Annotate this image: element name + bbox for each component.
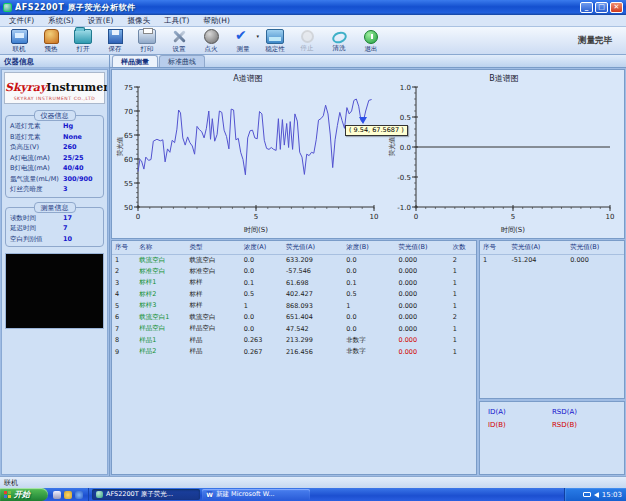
field-value: 3: [63, 184, 99, 195]
column-header[interactable]: 序号: [480, 241, 508, 254]
quick-launch-icon[interactable]: [75, 491, 83, 499]
column-header[interactable]: 名称: [136, 241, 186, 254]
table-row[interactable]: 6载流空白1载流空白0.0651.4040.00.0002: [112, 312, 476, 324]
table-row[interactable]: 4标样2标样0.5402.4270.50.0001: [112, 289, 476, 301]
menu-bar: 文件(F)系统(S)设置(E)摄像头工具(T)帮助(H): [0, 15, 626, 27]
cell: 9: [112, 346, 136, 358]
menu-item-2[interactable]: 设置(E): [81, 15, 121, 27]
column-header[interactable]: 荧光值(B): [567, 241, 624, 254]
table-row[interactable]: 9样品2样品0.267216.456非数字0.0001: [112, 346, 476, 358]
toolbar-button-label: 预热: [45, 45, 58, 53]
toolbar-button-stability[interactable]: 稳定性: [259, 27, 291, 54]
table-row[interactable]: 5标样3标样1868.09310.0001: [112, 300, 476, 312]
toolbar-button-save[interactable]: 保存: [99, 27, 131, 54]
window-title: AFS2200T 原子荧光分析软件: [15, 2, 577, 13]
app-icon: [96, 491, 103, 498]
chart-plot-area[interactable]: 05101.00.50.0-0.5-1.0时间(S): [384, 83, 620, 235]
cell: 标准空白: [186, 266, 240, 278]
speaker-tray-icon[interactable]: [594, 492, 599, 498]
group-box-0: 仪器信息A道灯元素HgB道灯元素None负高压(V)260A灯电流(mA)25/…: [5, 115, 104, 198]
cell: 0.000: [396, 266, 450, 278]
window-controls: _ □ ✕: [580, 2, 623, 13]
maximize-icon[interactable]: □: [595, 2, 608, 13]
ignite-icon: [204, 29, 219, 44]
keyboard-tray-icon[interactable]: [583, 492, 591, 497]
cell: 0.267: [241, 346, 283, 358]
column-header[interactable]: 荧光值(A): [508, 241, 567, 254]
menu-item-5[interactable]: 帮助(H): [196, 15, 237, 27]
menu-item-4[interactable]: 工具(T): [157, 15, 196, 27]
cell: 载流空白: [136, 254, 186, 266]
table-row[interactable]: 8样品1样品0.263213.299非数字0.0001: [112, 335, 476, 347]
chart-plot-area[interactable]: 0510505560657075时间(S): [112, 83, 382, 235]
cell: 216.456: [283, 346, 343, 358]
toolbar-button-print[interactable]: 打印: [131, 27, 163, 54]
taskbar-window-0[interactable]: AFS2200T 原子荧光...: [92, 489, 200, 500]
table-row[interactable]: 1-51.2040.000: [480, 254, 624, 266]
svg-text:-1.0: -1.0: [397, 204, 411, 212]
toolbar-button-preheat[interactable]: 预热: [35, 27, 67, 54]
stat-label-idb: ID(B): [488, 421, 552, 434]
cell: 0.000: [396, 312, 450, 324]
quick-launch-icon[interactable]: [64, 491, 72, 499]
tab-1[interactable]: 标准曲线: [159, 55, 205, 67]
logo-brand-red: Skyray: [5, 81, 46, 94]
table-row[interactable]: 1载流空白载流空白0.0633.2090.00.0002: [112, 254, 476, 266]
close-icon[interactable]: ✕: [610, 2, 623, 13]
toolbar-button-monitor[interactable]: 联机: [3, 27, 35, 54]
svg-text:50: 50: [124, 204, 133, 212]
cell: 633.209: [283, 254, 343, 266]
measurement-status-text: 测量完毕: [578, 35, 612, 47]
column-header[interactable]: 荧光值(A): [283, 241, 343, 254]
cell: 标样2: [136, 289, 186, 301]
svg-text:65: 65: [124, 132, 133, 140]
field-value: 300/900: [63, 174, 99, 185]
toolbar-button-settings[interactable]: 设置: [163, 27, 195, 54]
svg-text:1.0: 1.0: [400, 84, 411, 92]
cell: 0.0: [241, 312, 283, 324]
field-value: Hg: [63, 121, 99, 132]
start-button[interactable]: 开始: [0, 488, 48, 501]
table-row[interactable]: 2标准空白标准空白0.0-57.5460.00.0001: [112, 266, 476, 278]
tab-0[interactable]: 样品测量: [112, 55, 158, 67]
cell: 651.404: [283, 312, 343, 324]
cell: 1: [241, 300, 283, 312]
cell: 868.093: [283, 300, 343, 312]
toolbar-button-exit[interactable]: 退出: [355, 27, 387, 54]
menu-item-0[interactable]: 文件(F): [2, 15, 41, 27]
minimize-icon[interactable]: _: [580, 2, 593, 13]
taskbar-clock[interactable]: 15:03: [602, 491, 622, 499]
live-readings-table[interactable]: 序号荧光值(A)荧光值(B)1-51.2040.000: [479, 240, 625, 399]
info-field: B道灯元素None: [8, 132, 101, 143]
info-field: 灯丝亮暗度3: [8, 184, 101, 195]
toolbar-button-label: 设置: [173, 45, 186, 53]
toolbar-button-clean[interactable]: 清洗: [323, 27, 355, 54]
column-header[interactable]: 序号: [112, 241, 136, 254]
column-header[interactable]: 次数: [450, 241, 476, 254]
cell: 1: [480, 254, 508, 266]
svg-text:时间(S): 时间(S): [501, 226, 525, 234]
cell: 样品: [186, 346, 240, 358]
stop-icon: [301, 30, 314, 43]
menu-item-1[interactable]: 系统(S): [41, 15, 81, 27]
menu-item-3[interactable]: 摄像头: [120, 15, 157, 27]
taskbar-window-1[interactable]: W新建 Microsoft W...: [202, 489, 310, 500]
cell: -57.546: [283, 266, 343, 278]
toolbar-button-ignite[interactable]: 点火: [195, 27, 227, 54]
toolbar-button-stop[interactable]: 停止: [291, 27, 323, 54]
toolbar-button-measure[interactable]: ▾测量: [227, 27, 259, 54]
cell: 标样: [186, 277, 240, 289]
quick-launch-icon[interactable]: [53, 491, 61, 499]
results-table[interactable]: 序号名称类型浓度(A)荧光值(A)浓度(B)荧光值(B)次数1载流空白载流空白0…: [111, 240, 477, 475]
column-header[interactable]: 荧光值(B): [396, 241, 450, 254]
column-header[interactable]: 浓度(A): [241, 241, 283, 254]
table-row[interactable]: 7样品空白样品空白0.047.5420.00.0001: [112, 323, 476, 335]
svg-text:0.5: 0.5: [400, 114, 411, 122]
column-header[interactable]: 浓度(B): [343, 241, 395, 254]
table-row[interactable]: 3标样1标样0.161.6980.10.0001: [112, 277, 476, 289]
toolbar-button-open[interactable]: 打开: [67, 27, 99, 54]
column-header[interactable]: 类型: [186, 241, 240, 254]
cell: 1: [450, 323, 476, 335]
toolbar-button-label: 测量: [237, 45, 250, 53]
group-title: 测量信息: [34, 202, 76, 213]
